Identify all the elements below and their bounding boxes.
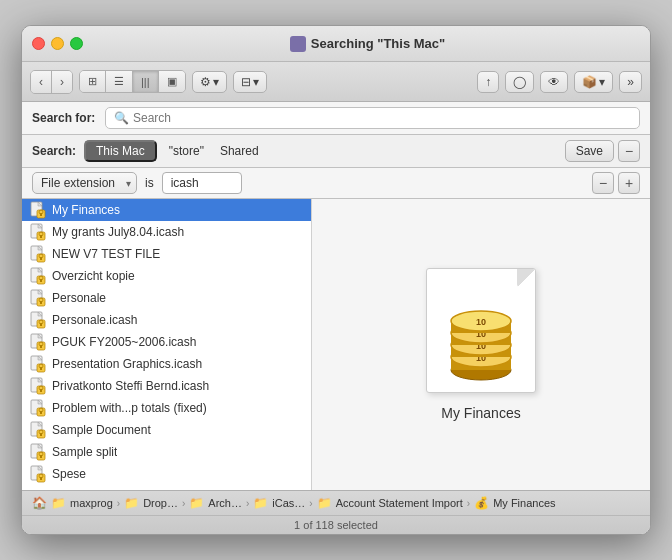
file-type-icon: [30, 290, 46, 306]
file-type-icon: [30, 246, 46, 262]
criteria-minus-button[interactable]: −: [592, 172, 614, 194]
arrange-icon: ⊟: [241, 75, 251, 89]
file-item[interactable]: Overzicht kopie: [22, 265, 311, 287]
breadcrumb-folder[interactable]: 📁 maxprog: [51, 496, 113, 510]
breadcrumb-folder[interactable]: 📁 Drop…: [124, 496, 178, 510]
tag-icon: ◯: [513, 75, 526, 89]
view-cover-button[interactable]: ▣: [158, 71, 185, 92]
criteria-value-input[interactable]: [162, 172, 242, 194]
breadcrumb-separator: ›: [182, 498, 185, 509]
file-item[interactable]: My grants July8.04.icash: [22, 221, 311, 243]
window-title: Searching "This Mac": [95, 36, 640, 52]
search-input[interactable]: [133, 111, 631, 125]
view-icons-button[interactable]: ⊞: [80, 71, 105, 92]
status-text: 1 of 118 selected: [294, 519, 378, 531]
breadcrumb-item[interactable]: My Finances: [493, 497, 555, 509]
breadcrumb-folder[interactable]: 📁 Arch…: [189, 496, 242, 510]
criteria-bar: File extension is − +: [22, 168, 650, 199]
file-item[interactable]: Presentation Graphics.icash: [22, 353, 311, 375]
filter-bar: Search: This Mac "store" Shared Save −: [22, 135, 650, 168]
file-type-icon: [30, 334, 46, 350]
criteria-field-select[interactable]: File extension: [32, 172, 137, 194]
file-item[interactable]: Sample split: [22, 441, 311, 463]
svg-rect-39: [40, 367, 42, 370]
file-name: Personale: [52, 291, 106, 305]
forward-button[interactable]: ›: [51, 71, 72, 93]
filter-actions: Save −: [565, 140, 640, 162]
eye-button[interactable]: 👁: [540, 71, 568, 93]
coin-stack-icon: 10 10 10 10: [441, 302, 521, 382]
view-columns-button[interactable]: |||: [132, 71, 158, 92]
bottom-bar: 🏠📁 maxprog›📁 Drop…›📁 Arch…›📁 iCas…›📁 Acc…: [22, 490, 650, 534]
file-item[interactable]: PGUK FY2005~2006.icash: [22, 331, 311, 353]
svg-rect-29: [40, 323, 42, 326]
action-button[interactable]: ⚙ ▾: [192, 71, 227, 93]
more-icon: »: [627, 75, 634, 89]
breadcrumb-item[interactable]: Drop…: [143, 497, 178, 509]
arrange-button[interactable]: ⊟ ▾: [233, 71, 267, 93]
file-item[interactable]: My Finances: [22, 199, 311, 221]
titlebar: Searching "This Mac": [22, 26, 650, 62]
file-item[interactable]: Problem with...p totals (fixed): [22, 397, 311, 419]
status-bar: 1 of 118 selected: [22, 516, 650, 534]
share-button[interactable]: ↑: [477, 71, 499, 93]
store-tab[interactable]: "store": [165, 142, 208, 160]
filter-minus-button[interactable]: −: [618, 140, 640, 162]
back-button[interactable]: ‹: [31, 71, 51, 93]
file-item[interactable]: Personale: [22, 287, 311, 309]
criteria-plus-button[interactable]: +: [618, 172, 640, 194]
dropbox-dropdown-icon: ▾: [599, 75, 605, 89]
breadcrumb-item[interactable]: iCas…: [272, 497, 305, 509]
close-button[interactable]: [32, 37, 45, 50]
view-list-button[interactable]: ☰: [105, 71, 132, 92]
folder-icon: 📁: [189, 496, 204, 510]
file-type-icon: [30, 422, 46, 438]
dropbox-icon: 📦: [582, 75, 597, 89]
share-icon: ↑: [485, 75, 491, 89]
filter-label: Search:: [32, 144, 76, 158]
svg-rect-49: [40, 411, 42, 414]
arrange-dropdown-icon: ▾: [253, 75, 259, 89]
file-name: Personale.icash: [52, 313, 137, 327]
more-button[interactable]: »: [619, 71, 642, 93]
folder-icon: 💰: [474, 496, 489, 510]
file-name: PGUK FY2005~2006.icash: [52, 335, 196, 349]
file-item[interactable]: Spese: [22, 463, 311, 485]
file-item[interactable]: Sample Document: [22, 419, 311, 441]
file-item[interactable]: Privatkonto Steffi Bernd.icash: [22, 375, 311, 397]
breadcrumb-folder[interactable]: 📁 Account Statement Import: [317, 496, 463, 510]
file-type-icon: [30, 400, 46, 416]
file-item[interactable]: Personale.icash: [22, 309, 311, 331]
svg-rect-44: [40, 389, 42, 392]
breadcrumb-item[interactable]: maxprog: [70, 497, 113, 509]
shared-tab[interactable]: Shared: [216, 142, 263, 160]
tag-button[interactable]: ◯: [505, 71, 534, 93]
breadcrumb: 🏠📁 maxprog›📁 Drop…›📁 Arch…›📁 iCas…›📁 Acc…: [22, 491, 650, 516]
content-area: My FinancesMy grants July8.04.icashNEW V…: [22, 199, 650, 490]
folder-icon: 📁: [51, 496, 66, 510]
dropbox-button[interactable]: 📦 ▾: [574, 71, 613, 93]
file-type-icon: [30, 224, 46, 240]
search-bar: Search for: 🔍: [22, 102, 650, 135]
maximize-button[interactable]: [70, 37, 83, 50]
action-dropdown-icon: ▾: [213, 75, 219, 89]
file-item[interactable]: NEW V7 TEST FILE: [22, 243, 311, 265]
this-mac-tab[interactable]: This Mac: [84, 140, 157, 162]
window-icon: [290, 36, 306, 52]
file-name: Sample Document: [52, 423, 151, 437]
file-list: My FinancesMy grants July8.04.icashNEW V…: [22, 199, 312, 490]
file-name: Problem with...p totals (fixed): [52, 401, 207, 415]
file-name: Overzicht kopie: [52, 269, 135, 283]
breadcrumb-item[interactable]: Arch…: [208, 497, 242, 509]
gear-icon: ⚙: [200, 75, 211, 89]
file-type-icon: [30, 466, 46, 482]
search-icon: 🔍: [114, 111, 129, 125]
breadcrumb-item[interactable]: Account Statement Import: [336, 497, 463, 509]
file-name: My Finances: [52, 203, 120, 217]
minimize-button[interactable]: [51, 37, 64, 50]
criteria-field-wrapper: File extension: [32, 172, 137, 194]
eye-icon: 👁: [548, 75, 560, 89]
breadcrumb-folder[interactable]: 💰 My Finances: [474, 496, 555, 510]
save-button[interactable]: Save: [565, 140, 614, 162]
breadcrumb-folder[interactable]: 📁 iCas…: [253, 496, 305, 510]
